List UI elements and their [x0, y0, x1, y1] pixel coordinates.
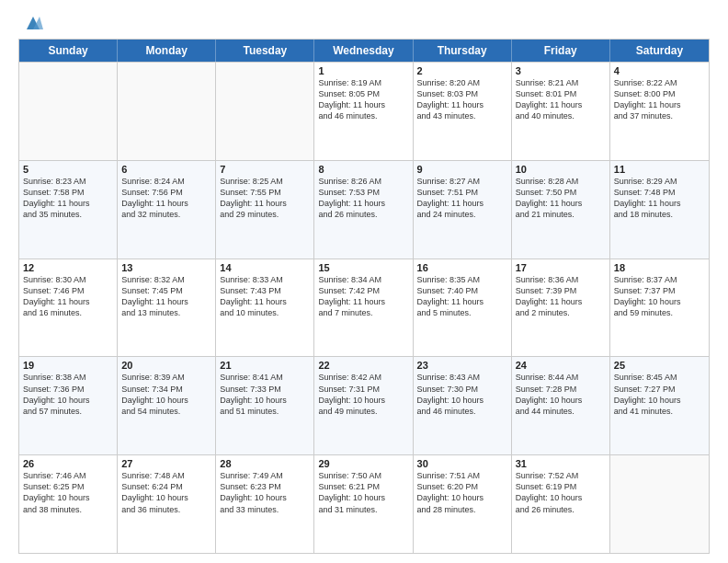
- day-number: 11: [614, 164, 705, 175]
- day-info: Sunrise: 8:45 AM Sunset: 7:27 PM Dayligh…: [614, 372, 705, 417]
- calendar-day-14: 14Sunrise: 8:33 AM Sunset: 7:43 PM Dayli…: [216, 259, 314, 357]
- day-info: Sunrise: 8:27 AM Sunset: 7:51 PM Dayligh…: [417, 176, 507, 221]
- calendar-day-9: 9Sunrise: 8:27 AM Sunset: 7:51 PM Daylig…: [414, 161, 512, 259]
- calendar-day-26: 26Sunrise: 7:46 AM Sunset: 6:25 PM Dayli…: [19, 455, 118, 553]
- calendar-day-23: 23Sunrise: 8:43 AM Sunset: 7:30 PM Dayli…: [414, 357, 512, 454]
- day-number: 14: [220, 262, 310, 273]
- day-number: 13: [121, 262, 211, 273]
- calendar-day-11: 11Sunrise: 8:29 AM Sunset: 7:48 PM Dayli…: [610, 161, 709, 259]
- calendar-day-27: 27Sunrise: 7:48 AM Sunset: 6:24 PM Dayli…: [118, 455, 216, 553]
- day-info: Sunrise: 7:46 AM Sunset: 6:25 PM Dayligh…: [23, 470, 113, 515]
- day-number: 17: [516, 262, 606, 273]
- calendar-day-25: 25Sunrise: 8:45 AM Sunset: 7:27 PM Dayli…: [610, 357, 709, 454]
- calendar-day-13: 13Sunrise: 8:32 AM Sunset: 7:45 PM Dayli…: [118, 259, 216, 357]
- day-info: Sunrise: 8:42 AM Sunset: 7:31 PM Dayligh…: [318, 372, 408, 417]
- weekday-header-monday: Monday: [118, 40, 216, 62]
- day-info: Sunrise: 7:49 AM Sunset: 6:23 PM Dayligh…: [220, 470, 310, 515]
- weekday-header-wednesday: Wednesday: [314, 40, 413, 62]
- calendar-day-19: 19Sunrise: 8:38 AM Sunset: 7:36 PM Dayli…: [19, 357, 118, 454]
- calendar-day-18: 18Sunrise: 8:37 AM Sunset: 7:37 PM Dayli…: [610, 259, 709, 357]
- weekday-header-tuesday: Tuesday: [216, 40, 314, 62]
- day-info: Sunrise: 8:33 AM Sunset: 7:43 PM Dayligh…: [220, 274, 310, 319]
- day-info: Sunrise: 8:28 AM Sunset: 7:50 PM Dayligh…: [516, 176, 606, 221]
- calendar-day-17: 17Sunrise: 8:36 AM Sunset: 7:39 PM Dayli…: [512, 259, 610, 357]
- day-info: Sunrise: 8:30 AM Sunset: 7:46 PM Dayligh…: [23, 274, 113, 319]
- calendar-day-2: 2Sunrise: 8:20 AM Sunset: 8:03 PM Daylig…: [414, 63, 512, 160]
- day-info: Sunrise: 8:32 AM Sunset: 7:45 PM Dayligh…: [121, 274, 211, 319]
- day-info: Sunrise: 7:50 AM Sunset: 6:21 PM Dayligh…: [318, 470, 408, 515]
- calendar-day-1: 1Sunrise: 8:19 AM Sunset: 8:05 PM Daylig…: [314, 63, 413, 160]
- day-number: 19: [23, 360, 113, 371]
- header: [18, 15, 710, 33]
- day-number: 21: [220, 360, 310, 371]
- day-number: 30: [417, 458, 507, 469]
- day-number: 2: [417, 65, 507, 76]
- day-number: 3: [516, 65, 606, 76]
- calendar-day-20: 20Sunrise: 8:39 AM Sunset: 7:34 PM Dayli…: [118, 357, 216, 454]
- day-number: 25: [614, 360, 705, 371]
- day-number: 10: [516, 164, 606, 175]
- day-number: 31: [516, 458, 606, 469]
- day-info: Sunrise: 8:35 AM Sunset: 7:40 PM Dayligh…: [417, 274, 507, 319]
- day-number: 9: [417, 164, 507, 175]
- day-number: 6: [121, 164, 211, 175]
- day-info: Sunrise: 8:38 AM Sunset: 7:36 PM Dayligh…: [23, 372, 113, 417]
- day-info: Sunrise: 8:24 AM Sunset: 7:56 PM Dayligh…: [121, 176, 211, 221]
- day-number: 12: [23, 262, 113, 273]
- calendar-day-4: 4Sunrise: 8:22 AM Sunset: 8:00 PM Daylig…: [610, 63, 709, 160]
- day-number: 1: [318, 65, 408, 76]
- calendar-week-3: 12Sunrise: 8:30 AM Sunset: 7:46 PM Dayli…: [19, 259, 709, 357]
- weekday-header-saturday: Saturday: [610, 40, 709, 62]
- day-info: Sunrise: 8:36 AM Sunset: 7:39 PM Dayligh…: [516, 274, 606, 319]
- day-info: Sunrise: 8:21 AM Sunset: 8:01 PM Dayligh…: [516, 77, 606, 122]
- day-info: Sunrise: 8:20 AM Sunset: 8:03 PM Dayligh…: [417, 77, 507, 122]
- calendar-day-10: 10Sunrise: 8:28 AM Sunset: 7:50 PM Dayli…: [512, 161, 610, 259]
- day-number: 29: [318, 458, 408, 469]
- day-number: 22: [318, 360, 408, 371]
- calendar-day-31: 31Sunrise: 7:52 AM Sunset: 6:19 PM Dayli…: [512, 455, 610, 553]
- weekday-header-thursday: Thursday: [414, 40, 512, 62]
- calendar-week-5: 26Sunrise: 7:46 AM Sunset: 6:25 PM Dayli…: [19, 454, 709, 553]
- weekday-header-friday: Friday: [512, 40, 610, 62]
- day-info: Sunrise: 8:23 AM Sunset: 7:58 PM Dayligh…: [23, 176, 113, 221]
- day-number: 20: [121, 360, 211, 371]
- day-number: 4: [614, 65, 705, 76]
- calendar-week-1: 1Sunrise: 8:19 AM Sunset: 8:05 PM Daylig…: [19, 62, 709, 160]
- day-number: 7: [220, 164, 310, 175]
- day-info: Sunrise: 8:41 AM Sunset: 7:33 PM Dayligh…: [220, 372, 310, 417]
- day-info: Sunrise: 8:29 AM Sunset: 7:48 PM Dayligh…: [614, 176, 705, 221]
- day-number: 8: [318, 164, 408, 175]
- calendar-day-15: 15Sunrise: 8:34 AM Sunset: 7:42 PM Dayli…: [314, 259, 413, 357]
- calendar-day-22: 22Sunrise: 8:42 AM Sunset: 7:31 PM Dayli…: [314, 357, 413, 454]
- calendar-day-21: 21Sunrise: 8:41 AM Sunset: 7:33 PM Dayli…: [216, 357, 314, 454]
- day-number: 27: [121, 458, 211, 469]
- day-number: 15: [318, 262, 408, 273]
- day-number: 16: [417, 262, 507, 273]
- day-number: 28: [220, 458, 310, 469]
- calendar-week-2: 5Sunrise: 8:23 AM Sunset: 7:58 PM Daylig…: [19, 160, 709, 259]
- calendar-day-6: 6Sunrise: 8:24 AM Sunset: 7:56 PM Daylig…: [118, 161, 216, 259]
- calendar-empty-cell: [610, 455, 709, 553]
- calendar-day-28: 28Sunrise: 7:49 AM Sunset: 6:23 PM Dayli…: [216, 455, 314, 553]
- calendar-day-29: 29Sunrise: 7:50 AM Sunset: 6:21 PM Dayli…: [314, 455, 413, 553]
- calendar-day-16: 16Sunrise: 8:35 AM Sunset: 7:40 PM Dayli…: [414, 259, 512, 357]
- day-info: Sunrise: 8:22 AM Sunset: 8:00 PM Dayligh…: [614, 77, 705, 122]
- logo: [18, 15, 43, 33]
- calendar-empty-cell: [118, 63, 216, 160]
- calendar-empty-cell: [216, 63, 314, 160]
- day-info: Sunrise: 8:39 AM Sunset: 7:34 PM Dayligh…: [121, 372, 211, 417]
- day-info: Sunrise: 8:44 AM Sunset: 7:28 PM Dayligh…: [516, 372, 606, 417]
- day-info: Sunrise: 7:48 AM Sunset: 6:24 PM Dayligh…: [121, 470, 211, 515]
- page: SundayMondayTuesdayWednesdayThursdayFrid…: [0, 0, 728, 563]
- calendar-day-24: 24Sunrise: 8:44 AM Sunset: 7:28 PM Dayli…: [512, 357, 610, 454]
- calendar-day-8: 8Sunrise: 8:26 AM Sunset: 7:53 PM Daylig…: [314, 161, 413, 259]
- day-info: Sunrise: 8:34 AM Sunset: 7:42 PM Dayligh…: [318, 274, 408, 319]
- calendar-empty-cell: [19, 63, 118, 160]
- day-info: Sunrise: 8:43 AM Sunset: 7:30 PM Dayligh…: [417, 372, 507, 417]
- calendar-day-7: 7Sunrise: 8:25 AM Sunset: 7:55 PM Daylig…: [216, 161, 314, 259]
- calendar-week-4: 19Sunrise: 8:38 AM Sunset: 7:36 PM Dayli…: [19, 356, 709, 454]
- calendar-day-12: 12Sunrise: 8:30 AM Sunset: 7:46 PM Dayli…: [19, 259, 118, 357]
- weekday-header-sunday: Sunday: [19, 40, 118, 62]
- day-info: Sunrise: 8:19 AM Sunset: 8:05 PM Dayligh…: [318, 77, 408, 122]
- day-number: 5: [23, 164, 113, 175]
